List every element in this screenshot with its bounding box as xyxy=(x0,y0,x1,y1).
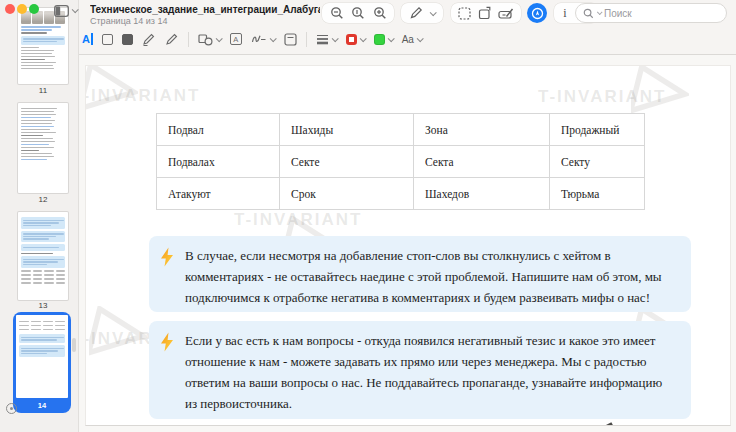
sidebar-icon xyxy=(54,5,69,17)
document-title: Техническое_задание_на_интеграции_Алабуг… xyxy=(90,4,320,15)
line-style-tool[interactable] xyxy=(316,33,337,45)
chevron-down-icon xyxy=(387,35,394,42)
table-row: Подвал Шахиды Зона Продажный xyxy=(157,114,645,146)
rotate-button[interactable] xyxy=(478,6,492,20)
zoom-actual-size-button[interactable] xyxy=(351,6,365,20)
redact-tool-button[interactable] xyxy=(498,7,514,20)
page-thumbnail-12[interactable] xyxy=(18,103,68,193)
page-thumbnail-14-page xyxy=(16,315,68,398)
table-cell: Шахиды xyxy=(280,114,414,146)
markup-pen-icon xyxy=(531,7,544,20)
selection-tool-button[interactable] xyxy=(458,7,471,20)
page-thumbnail-11[interactable] xyxy=(18,8,68,84)
chevron-down-icon xyxy=(269,35,276,42)
redaction-tool[interactable] xyxy=(122,34,133,45)
rectangle-selection-tool[interactable] xyxy=(102,34,113,45)
watermark-text: T-INVARIANT xyxy=(234,210,362,230)
callout-text: В случае, если несмотря на добавление ст… xyxy=(185,248,662,305)
zoom-window-button[interactable] xyxy=(29,4,39,14)
sidebar-scrollbar[interactable] xyxy=(72,338,76,352)
page-thumbnail-13[interactable] xyxy=(18,212,68,300)
note-tool[interactable] xyxy=(284,33,297,46)
lightning-icon xyxy=(159,332,175,352)
page-number-13: 13 xyxy=(18,301,68,310)
chevron-down-icon xyxy=(359,35,366,42)
fill-color-swatch-green xyxy=(374,34,385,45)
watermark-text: T-INVARIANT xyxy=(538,87,666,107)
chevron-down-icon xyxy=(331,35,338,42)
document-view[interactable]: T-INVARIANT T-INVARIANT T-INVARIANT T-IN… xyxy=(80,55,736,432)
text-box-tool[interactable]: A xyxy=(230,33,242,45)
zoom-out-button[interactable] xyxy=(330,6,344,20)
document-table: Подвал Шахиды Зона Продажный Подвалах Се… xyxy=(156,113,645,210)
title-block: Техническое_задание_на_интеграции_Алабуг… xyxy=(90,4,320,26)
info-button[interactable]: i xyxy=(563,6,566,21)
sidebar-options-icon[interactable] xyxy=(6,403,17,414)
table-row: Подвалах Секте Секта Секту xyxy=(157,146,645,178)
table-cell: Секту xyxy=(550,146,645,178)
watermark-logo-fragment xyxy=(600,419,620,426)
page-number-11: 11 xyxy=(18,86,68,95)
page-number-14: 14 xyxy=(16,398,68,412)
sidebar-toggle-button[interactable] xyxy=(54,4,78,17)
table-cell: Подвалах xyxy=(157,146,280,178)
table-cell: Продажный xyxy=(550,114,645,146)
draw-tool[interactable] xyxy=(165,33,179,46)
toolbar: Техническое_задание_на_интеграции_Алабуг… xyxy=(79,0,736,55)
watermark-text: T-INVARIANT xyxy=(85,86,200,106)
table-cell: Зона xyxy=(414,114,550,146)
border-color-tool[interactable] xyxy=(346,34,365,45)
callout-text: Если у вас есть к нам вопросы - откуда п… xyxy=(185,333,662,411)
chevron-down-icon[interactable] xyxy=(430,9,437,16)
table-cell: Тюрьма xyxy=(550,178,645,210)
signature-tool[interactable] xyxy=(251,33,275,45)
shapes-tool[interactable] xyxy=(198,33,221,46)
search-input[interactable] xyxy=(604,8,704,19)
callout-block: В случае, если несмотря на добавление ст… xyxy=(149,236,691,312)
search-scope-chevron-icon[interactable] xyxy=(597,9,603,15)
markup-active-button[interactable] xyxy=(527,3,547,23)
table-row: Атакуют Срок Шахедов Тюрьма xyxy=(157,178,645,210)
search-icon xyxy=(583,8,594,19)
table-cell: Шахедов xyxy=(414,178,550,210)
thumbnail-sidebar: 11 12 13 xyxy=(0,0,79,432)
chevron-down-icon xyxy=(215,35,222,42)
callout-block: Если у вас есть к нам вопросы - откуда п… xyxy=(149,321,691,419)
table-cell: Подвал xyxy=(157,114,280,146)
minimize-button[interactable] xyxy=(17,4,27,14)
page-indicator: Страница 14 из 14 xyxy=(90,16,320,26)
table-cell: Атакуют xyxy=(157,178,280,210)
page-number-12: 12 xyxy=(18,195,68,204)
search-field[interactable] xyxy=(575,3,727,23)
pdf-page: T-INVARIANT T-INVARIANT T-INVARIANT T-IN… xyxy=(85,65,731,426)
lightning-icon xyxy=(159,247,175,267)
chevron-down-icon xyxy=(72,6,79,13)
border-color-swatch-red xyxy=(346,34,357,45)
preview-window: 11 12 13 xyxy=(0,0,736,432)
table-cell: Секта xyxy=(414,146,550,178)
toolbar-divider xyxy=(188,32,189,47)
close-button[interactable] xyxy=(5,4,15,14)
fill-color-tool[interactable] xyxy=(374,34,393,45)
table-cell: Секте xyxy=(280,146,414,178)
toolbar-divider xyxy=(306,32,307,47)
page-thumbnail-14-selected[interactable]: 14 xyxy=(13,312,71,413)
markup-toolbar: A A xyxy=(82,29,422,49)
text-style-tool[interactable]: Aa xyxy=(402,34,422,45)
zoom-in-button[interactable] xyxy=(373,6,387,20)
pencil-tool-button[interactable] xyxy=(409,6,423,20)
table-cell: Срок xyxy=(280,178,414,210)
text-selection-tool[interactable]: A xyxy=(82,33,93,45)
chevron-down-icon xyxy=(417,35,424,42)
sketch-tool[interactable] xyxy=(142,33,156,46)
